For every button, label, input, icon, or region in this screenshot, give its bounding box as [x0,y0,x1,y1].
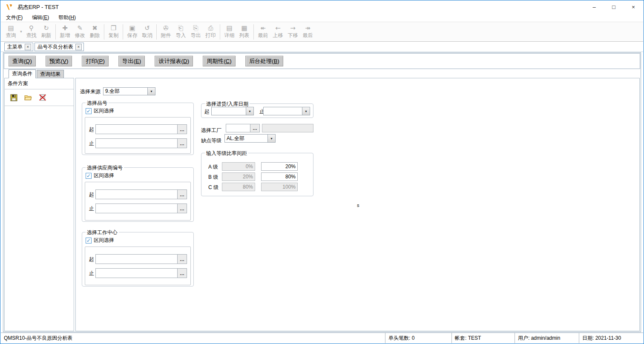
toolbar-find-button[interactable]: ⚲ 查找 [24,23,39,41]
close-tab-icon[interactable]: × [25,44,31,50]
grade-a-to-field[interactable]: 20% [261,162,298,171]
tab-query-condition[interactable]: 查询条件 [9,69,36,78]
group-item-number-title: 选择品号 [86,100,109,107]
background-process-button[interactable]: 后台处理B [245,56,283,66]
item-to-input[interactable]: … [95,138,187,148]
chevron-down-icon[interactable]: ▼ [267,135,275,142]
print-button[interactable]: 打印P [82,56,108,66]
toolbar-copy-button[interactable]: ❐ 复制 [106,23,121,41]
date-to-select[interactable]: ▼ [263,107,310,115]
attachment-icon: ✇ [163,25,169,32]
toolbar-last-button[interactable]: ↠ 最后 [300,23,315,41]
chevron-down-icon[interactable]: ▼ [302,107,310,115]
export-icon: ⎘ [193,25,198,32]
toolbar-attachment-button[interactable]: ✇ 附件 [158,23,173,41]
toolbar-add-button[interactable]: ✚ 新增 [58,23,72,41]
browse-icon[interactable]: … [177,139,187,148]
status-account: 帐套: TEST [452,333,515,343]
item-range-box: 起 … 止 … [85,117,191,154]
date-from-select[interactable]: ▼ [211,107,254,115]
browse-icon[interactable]: … [177,255,187,264]
grade-c-from-field: 80% [222,183,255,191]
close-tab-icon[interactable]: × [75,44,82,50]
menu-file[interactable]: 文件F [6,14,23,21]
toolbar-separator [220,24,220,40]
periodic-button[interactable]: 周期性C [203,56,236,66]
maximize-button[interactable]: □ [604,1,624,13]
toolbar-move-down-button[interactable]: → 下移 [285,23,300,41]
menu-help[interactable]: 帮助H [58,14,76,21]
chevron-down-icon[interactable]: ▼ [147,88,155,95]
checkbox-checked-icon[interactable]: ✓ [86,238,92,244]
to-label: 止 [89,140,95,147]
tab-query-result[interactable]: 查询结果 [37,70,64,78]
tab-defect-analysis-report[interactable]: 品号不良分析表 × [34,43,84,51]
factory-input[interactable]: … [226,124,260,132]
last-arrow-icon: ↠ [305,25,310,32]
search-icon: ⚲ [29,25,34,32]
stray-text: s [357,203,359,208]
toolbar-save-button[interactable]: ▣ 保存 [125,23,140,41]
checkbox-checked-icon[interactable]: ✓ [86,173,92,179]
open-plan-folder-icon[interactable] [24,94,32,101]
browse-icon[interactable]: … [177,269,187,278]
checkbox-checked-icon[interactable]: ✓ [86,108,92,114]
design-report-button[interactable]: 设计报表D [155,56,193,66]
list-view-icon: ▦ [241,25,247,32]
chevron-down-icon[interactable]: ▼ [246,107,253,115]
toolbar-print-button[interactable]: ⎙ 打印 [203,23,218,41]
grade-b-to-field[interactable]: 80% [261,172,298,181]
query-dropdown-caret-icon[interactable]: ▼ [18,23,24,41]
minimize-button[interactable]: – [584,1,604,13]
print-icon: ⎙ [208,25,213,32]
workcenter-range-checkbox[interactable]: ✓ 区间选择 [86,237,114,244]
toolbar-import-button[interactable]: ⎗ 导入 [173,23,188,41]
workcenter-range-box: 起 … 止 … [85,247,191,285]
browse-icon[interactable]: … [177,204,187,213]
preview-button[interactable]: 预览V [46,56,72,66]
group-item-number: 选择品号 ✓ 区间选择 起 … 止 … [82,103,194,155]
export-button[interactable]: 导出E [118,56,145,66]
window-controls: – □ × [584,1,643,13]
status-bar: QMSR10-品号不良原因分析表 单头笔数: 0 帐套: TEST 用户: ad… [1,333,643,343]
toolbar-refresh-button[interactable]: ↻ 刷新 [39,23,54,41]
group-work-center: 选择工作中心 ✓ 区间选择 起 … 止 … [82,232,194,287]
toolbar-detail-button[interactable]: ▤ 详细 [222,23,237,41]
defect-level-select[interactable]: AL.全部 ▼ [224,134,276,143]
item-range-checkbox[interactable]: ✓ 区间选择 [86,107,114,115]
factory-label: 选择工厂 [201,127,221,134]
app-window: 易杰ERP - TEST – □ × 文件F 编辑E 帮助H ▤ 查询 ▼ ⚲ … [0,0,644,344]
copy-icon: ❐ [111,25,116,32]
tab-main-menu[interactable]: 主菜单 × [4,43,33,51]
close-button[interactable]: × [624,1,643,13]
toolbar-export-button[interactable]: ⎘ 导出 [188,23,203,41]
browse-icon[interactable]: … [177,125,187,134]
toolbar-move-up-button[interactable]: ← 上移 [270,23,285,41]
toolbar-list-button[interactable]: ▦ 列表 [237,23,252,41]
item-from-input[interactable]: … [95,124,187,134]
query-button[interactable]: 查询Q [9,56,36,66]
supplier-to-input[interactable]: … [95,204,187,213]
group-work-center-title: 选择工作中心 [86,229,119,236]
report-panel: 查询Q 预览V 打印P 导出E 设计报表D 周期性C 后台处理B 查询条件 查询… [3,52,641,332]
save-icon: ▣ [129,25,135,32]
save-plan-icon[interactable] [10,94,17,101]
browse-icon[interactable]: … [250,124,259,132]
menu-bar: 文件F 编辑E 帮助H [1,13,643,22]
supplier-from-input[interactable]: … [95,189,187,199]
toolbar-first-button[interactable]: ↞ 最前 [256,23,270,41]
workcenter-from-input[interactable]: … [95,254,187,264]
import-icon: ⎗ [178,25,183,32]
from-label: 起 [204,108,210,115]
toolbar-cancel-button[interactable]: ↺ 取消 [140,23,155,41]
toolbar-query-button[interactable]: ▤ 查询 [3,23,18,41]
supplier-range-checkbox[interactable]: ✓ 区间选择 [86,172,114,179]
toolbar-delete-button[interactable]: ✖ 删除 [87,23,102,41]
toolbar-edit-button[interactable]: ✎ 修改 [72,23,87,41]
delete-plan-icon[interactable] [39,94,46,101]
menu-edit[interactable]: 编辑E [32,14,49,21]
workcenter-to-input[interactable]: … [95,268,187,278]
source-select[interactable]: 9.全部 ▼ [103,87,155,95]
add-icon: ✚ [62,25,68,32]
browse-icon[interactable]: … [177,190,187,199]
